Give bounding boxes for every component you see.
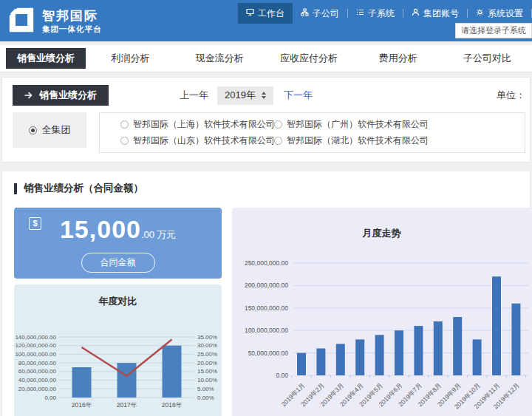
section-marker bbox=[14, 183, 17, 194]
radio-icon[interactable] bbox=[120, 137, 129, 145]
gear-icon bbox=[476, 8, 484, 18]
company-option-guangzhou[interactable]: 智邦国际（广州）软件技术有限公司 bbox=[274, 118, 428, 131]
svg-text:200,000,000.00: 200,000,000.00 bbox=[245, 282, 288, 289]
svg-text:50,000,000.00: 50,000,000.00 bbox=[248, 349, 289, 357]
company-options: 智邦国际（上海）软件技术有限公司 智邦国际（广州）软件技术有限公司 智邦国际（山… bbox=[99, 112, 525, 153]
company-option-shandong[interactable]: 智邦国际（山东）软件技术有限公司 bbox=[120, 134, 274, 147]
svg-text:80,000,000.00: 80,000,000.00 bbox=[18, 360, 57, 366]
monitor-icon bbox=[246, 8, 254, 18]
subsystem-select-label: 请选择登录子系统 bbox=[461, 25, 526, 36]
svg-text:100,000,000.00: 100,000,000.00 bbox=[15, 351, 56, 358]
brand-subtitle: 集团一体化平台 bbox=[42, 24, 102, 34]
svg-text:30.00%: 30.00% bbox=[197, 342, 217, 349]
svg-text:0.00: 0.00 bbox=[44, 395, 56, 401]
company-label: 智邦国际（上海）软件技术有限公司 bbox=[133, 118, 275, 131]
nav-label: 子系统 bbox=[368, 7, 395, 20]
nav-item-settings[interactable]: 系统设置 bbox=[468, 3, 531, 24]
tab-expense[interactable]: 费用分析 bbox=[353, 45, 443, 72]
tab-label: 应收应付分析 bbox=[280, 52, 338, 65]
svg-text:150,000,000.00: 150,000,000.00 bbox=[245, 304, 288, 312]
kpi-decimal: .00 bbox=[141, 229, 154, 240]
list-icon bbox=[356, 8, 364, 18]
annual-comparison-card: 年度对比 0.000.00%20,000,000.005.00%40,000,0… bbox=[14, 284, 222, 416]
year-select-value: 2019年 bbox=[225, 89, 256, 102]
company-label: 智邦国际（湖北）软件技术有限公司 bbox=[287, 134, 429, 147]
org-icon bbox=[301, 8, 309, 18]
svg-text:0.00%: 0.00% bbox=[197, 395, 214, 401]
nav-item-subcompany[interactable]: 子公司 bbox=[293, 3, 347, 24]
kpi-amount: 15,000 bbox=[60, 215, 141, 243]
svg-text:20,000,000.00: 20,000,000.00 bbox=[18, 386, 57, 392]
prev-year-button[interactable]: 上一年 bbox=[180, 89, 208, 102]
app-header: 智邦国际 集团一体化平台 工作台 子公司 bbox=[0, 0, 532, 41]
monthly-trend-chart: 0.0050,000,000.00100,000,000.00150,000,0… bbox=[232, 243, 531, 416]
svg-text:40,000,000.00: 40,000,000.00 bbox=[18, 377, 57, 383]
top-nav: 工作台 子公司 子系统 bbox=[238, 0, 532, 24]
kpi-value: 15,000.00万元 bbox=[14, 215, 222, 249]
contract-amount-button[interactable]: 合同金额 bbox=[81, 253, 155, 273]
svg-text:10.00%: 10.00% bbox=[197, 377, 217, 383]
spinner-icon[interactable] bbox=[262, 92, 266, 99]
unit-label: 单位： bbox=[497, 89, 525, 102]
nav-item-group-account[interactable]: 集团账号 bbox=[403, 3, 467, 24]
svg-text:35.00%: 35.00% bbox=[197, 334, 217, 341]
annual-chart-title: 年度对比 bbox=[14, 295, 222, 308]
company-label: 智邦国际（广州）软件技术有限公司 bbox=[287, 118, 429, 131]
radio-checked-icon[interactable] bbox=[29, 126, 37, 134]
kpi-unit: 万元 bbox=[157, 229, 176, 240]
svg-text:60,000,000.00: 60,000,000.00 bbox=[18, 368, 57, 375]
section-title: 销售业绩分析（合同金额） bbox=[24, 182, 143, 195]
tab-receivable-payable[interactable]: 应收应付分析 bbox=[265, 45, 354, 72]
brand: 智邦国际 集团一体化平台 bbox=[7, 6, 102, 37]
currency-icon: $ bbox=[29, 217, 41, 230]
company-label: 智邦国际（山东）软件技术有限公司 bbox=[133, 134, 275, 147]
contract-amount-card: $ 15,000.00万元 合同金额 bbox=[14, 208, 222, 279]
svg-text:2018年: 2018年 bbox=[162, 401, 183, 409]
brand-title: 智邦国际 bbox=[42, 9, 102, 24]
tab-subsidiary-compare[interactable]: 子公司对比 bbox=[443, 45, 532, 72]
nav-item-workbench[interactable]: 工作台 bbox=[238, 3, 293, 24]
company-option-shanghai[interactable]: 智邦国际（上海）软件技术有限公司 bbox=[120, 118, 274, 131]
next-year-link[interactable]: 下一年 bbox=[284, 89, 313, 102]
svg-text:120,000,000.00: 120,000,000.00 bbox=[15, 342, 56, 349]
user-icon bbox=[412, 8, 420, 18]
sales-analysis-panel: 销售业绩分析（合同金额） $ 15,000.00万元 合同金额 年度对比 0.0… bbox=[1, 171, 531, 416]
svg-text:2016年: 2016年 bbox=[72, 401, 92, 409]
svg-text:0.00: 0.00 bbox=[276, 372, 288, 379]
svg-text:5.00%: 5.00% bbox=[197, 386, 214, 392]
nav-label: 系统设置 bbox=[488, 7, 523, 20]
svg-text:100,000,000.00: 100,000,000.00 bbox=[245, 327, 288, 334]
nav-label: 子公司 bbox=[313, 7, 339, 20]
nav-item-subsystem[interactable]: 子系统 bbox=[348, 3, 403, 24]
tab-profit[interactable]: 利润分析 bbox=[86, 45, 175, 72]
analysis-tabbar: 销售业绩分析 利润分析 现金流分析 应收应付分析 费用分析 子公司对比 bbox=[0, 45, 532, 72]
badge-label: 销售业绩分析 bbox=[39, 89, 97, 102]
annual-comparison-chart: 0.000.00%20,000,000.005.00%40,000,000.00… bbox=[14, 315, 222, 416]
tab-label: 子公司对比 bbox=[463, 52, 511, 65]
company-option-hubei[interactable]: 智邦国际（湖北）软件技术有限公司 bbox=[274, 134, 428, 147]
radio-icon[interactable] bbox=[274, 120, 282, 129]
radio-icon[interactable] bbox=[120, 120, 129, 129]
current-view-badge: 销售业绩分析 bbox=[13, 85, 109, 106]
tab-label: 利润分析 bbox=[111, 52, 149, 65]
all-group-option[interactable]: 全集团 bbox=[13, 112, 86, 148]
filter-panel: 销售业绩分析 上一年 2019年 下一年 单位： 全集团 智邦国际（上海）软件技… bbox=[1, 77, 531, 163]
nav-label: 集团账号 bbox=[423, 7, 459, 20]
subsystem-login-select[interactable]: 请选择登录子系统 bbox=[455, 23, 532, 38]
year-select[interactable]: 2019年 bbox=[217, 86, 273, 105]
tab-label: 现金流分析 bbox=[196, 52, 244, 65]
monthly-trend-card: 月度走势 0.0050,000,000.00100,000,000.00150,… bbox=[232, 208, 531, 416]
tab-cashflow[interactable]: 现金流分析 bbox=[175, 45, 265, 72]
svg-text:2017年: 2017年 bbox=[117, 401, 137, 409]
monthly-chart-title: 月度走势 bbox=[232, 227, 531, 240]
nav-label: 工作台 bbox=[258, 7, 284, 20]
svg-text:15.00%: 15.00% bbox=[197, 368, 217, 375]
brand-logo-icon bbox=[7, 6, 35, 37]
tab-sales-performance[interactable]: 销售业绩分析 bbox=[6, 48, 86, 69]
svg-text:25.00%: 25.00% bbox=[197, 351, 217, 358]
all-group-label: 全集团 bbox=[42, 123, 71, 137]
svg-text:250,000,000.00: 250,000,000.00 bbox=[245, 259, 288, 267]
radio-icon[interactable] bbox=[274, 137, 282, 145]
tab-label: 费用分析 bbox=[379, 52, 417, 65]
svg-text:20.00%: 20.00% bbox=[197, 360, 217, 366]
